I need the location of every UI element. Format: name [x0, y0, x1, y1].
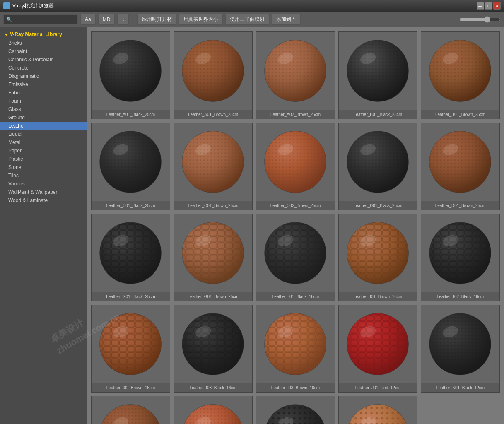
- material-label: Leather_I03_Brown_16cm: [270, 383, 321, 392]
- material-label: Leather_I02_Black_16cm: [436, 292, 485, 301]
- material-item[interactable]: Leather_I02_Black_16cm: [421, 214, 500, 301]
- material-label: Leather_J01_Red_12cm: [354, 383, 402, 392]
- sphere-container: [174, 305, 252, 383]
- sphere-container: [256, 305, 335, 383]
- sidebar-item-wood---laminate[interactable]: Wood & Laminate: [0, 196, 87, 205]
- sphere-container: [92, 396, 170, 424]
- svg-rect-18: [265, 40, 326, 102]
- sphere-container: [421, 32, 499, 110]
- sidebar-item-wallpaint---wallpaper[interactable]: WallPaint & Wallpaper: [0, 188, 87, 196]
- material-label: Leather_I01_Black_16cm: [271, 292, 320, 301]
- svg-rect-60: [347, 131, 409, 193]
- sidebar-item-fabric[interactable]: Fabric: [0, 89, 87, 97]
- material-item[interactable]: Leather_Perf***1_Brown_12cm: [338, 396, 417, 424]
- material-item[interactable]: Leather_I03_Black_16cm: [174, 305, 253, 393]
- material-item[interactable]: Leather_D01_Black_25cm: [338, 123, 417, 210]
- material-item[interactable]: Leather_A02_Brown_25cm: [256, 31, 335, 119]
- material-item[interactable]: Leather_Perf***1_Black_12cm: [256, 396, 335, 424]
- arrow-button[interactable]: ↕: [117, 14, 129, 25]
- material-item[interactable]: Leather_K01_Brown_12cm: [91, 396, 170, 424]
- sidebar-item-various[interactable]: Various: [0, 180, 87, 188]
- svg-rect-123: [265, 313, 326, 375]
- sidebar-title: V-Ray Material Library: [0, 29, 87, 39]
- material-item[interactable]: Leather_C02_Brown_25cm: [256, 123, 335, 210]
- material-item[interactable]: Leather_J01_Red_12cm: [338, 305, 417, 393]
- size-slider[interactable]: [459, 16, 501, 23]
- sphere-container: [174, 214, 252, 292]
- size-slider-container[interactable]: [459, 16, 501, 23]
- material-item[interactable]: Leather_K01_Black_12cm: [421, 305, 500, 393]
- sidebar-item-bricks[interactable]: Bricks: [0, 39, 87, 47]
- real-world-button[interactable]: 用真实世界大小: [179, 14, 223, 25]
- material-label: Leather_C01_Black_25cm: [106, 201, 156, 210]
- add-to-lib-button[interactable]: 添加到库: [272, 14, 301, 25]
- sphere-container: [256, 123, 335, 201]
- sidebar-item-diagrammatic[interactable]: Diagrammatic: [0, 72, 87, 80]
- sidebar-item-concrete[interactable]: Concrete: [0, 64, 87, 72]
- apply-open-button[interactable]: 应用时打开材: [137, 14, 176, 25]
- sidebar-item-ceramic---porcelain[interactable]: Ceramic & Porcelain: [0, 55, 87, 64]
- triplanar-button[interactable]: 使用三平面映射: [225, 14, 269, 25]
- sidebar-item-carpaint[interactable]: Carpaint: [0, 47, 87, 55]
- svg-rect-137: [429, 313, 491, 375]
- material-item[interactable]: Leather_L01_Brown_28cm: [174, 396, 253, 424]
- sphere-container: [174, 396, 252, 424]
- title-bar-left: V-ray材质库浏览器: [3, 2, 54, 10]
- svg-rect-88: [265, 222, 326, 284]
- svg-rect-95: [347, 222, 409, 284]
- main-layout: V-Ray Material Library BricksCarpaintCer…: [0, 27, 504, 424]
- sidebar-item-paper[interactable]: Paper: [0, 147, 87, 155]
- sidebar-item-stone[interactable]: Stone: [0, 163, 87, 171]
- aa-button[interactable]: Aa: [80, 14, 96, 25]
- material-item[interactable]: Leather_G01_Brown_25cm: [174, 214, 253, 301]
- svg-rect-74: [100, 222, 162, 284]
- close-button[interactable]: ✕: [493, 2, 501, 10]
- svg-rect-25: [347, 40, 409, 102]
- sphere-container: [92, 123, 170, 201]
- sidebar-item-tiles[interactable]: Tiles: [0, 171, 87, 180]
- sidebar-item-emissive[interactable]: Emissive: [0, 80, 87, 89]
- material-item[interactable]: Leather_A01_Brown_25cm: [174, 31, 253, 119]
- material-item[interactable]: Leather_C01_Brown_25cm: [174, 123, 253, 210]
- sidebar-item-liquid[interactable]: Liquid: [0, 130, 87, 138]
- sphere-container: [256, 396, 335, 424]
- window-title: V-ray材质库浏览器: [12, 2, 54, 10]
- material-item[interactable]: Leather_I01_Black_16cm: [256, 214, 335, 301]
- maximize-button[interactable]: □: [485, 2, 492, 10]
- minimize-button[interactable]: —: [477, 2, 484, 10]
- sidebar-item-metal[interactable]: Metal: [0, 138, 87, 147]
- search-icon: 🔍: [6, 17, 12, 22]
- sphere-container: [339, 32, 417, 110]
- sidebar-item-ground[interactable]: Ground: [0, 113, 87, 122]
- window-controls[interactable]: — □ ✕: [477, 2, 501, 10]
- search-input[interactable]: [14, 17, 75, 22]
- sphere-container: [339, 396, 417, 424]
- material-item[interactable]: Leather_I01_Brown_16cm: [338, 214, 417, 301]
- sidebar-item-leather[interactable]: Leather: [0, 122, 87, 130]
- sidebar-item-plastic[interactable]: Plastic: [0, 155, 87, 163]
- material-item[interactable]: Leather_I02_Brown_16cm: [91, 305, 170, 393]
- svg-rect-32: [429, 40, 491, 102]
- material-label: Leather_C01_Brown_25cm: [187, 201, 239, 210]
- material-item[interactable]: Leather_I03_Brown_16cm: [256, 305, 335, 393]
- material-item[interactable]: Leather_C01_Black_25cm: [91, 123, 170, 210]
- material-item[interactable]: Leather_A01_Black_25cm: [91, 31, 170, 119]
- md-button[interactable]: MD: [98, 14, 115, 25]
- material-label: Leather_G01_Brown_25cm: [187, 292, 239, 301]
- material-label: Leather_D01_Brown_25cm: [434, 201, 487, 210]
- material-item[interactable]: Leather_G01_Black_25cm: [91, 214, 170, 301]
- content-area[interactable]: Leather_A01_Black_25cm Leather_A01_Brown…: [87, 27, 504, 424]
- sphere-container: [339, 305, 417, 383]
- toolbar-separator: [133, 15, 133, 24]
- search-box[interactable]: 🔍: [3, 14, 78, 24]
- sidebar-item-foam[interactable]: Foam: [0, 97, 87, 105]
- material-label: Leather_C02_Brown_25cm: [270, 201, 322, 210]
- material-item[interactable]: Leather_D01_Brown_25cm: [421, 123, 500, 210]
- material-item[interactable]: Leather_B01_Brown_25cm: [421, 31, 500, 119]
- svg-rect-109: [100, 313, 162, 375]
- toolbar: 🔍 Aa MD ↕ 应用时打开材 用真实世界大小 使用三平面映射 添加到库: [0, 12, 504, 27]
- sphere-container: [256, 214, 335, 292]
- sphere-container: [92, 32, 170, 110]
- sidebar-item-glass[interactable]: Glass: [0, 105, 87, 113]
- material-item[interactable]: Leather_B01_Black_25cm: [338, 31, 417, 119]
